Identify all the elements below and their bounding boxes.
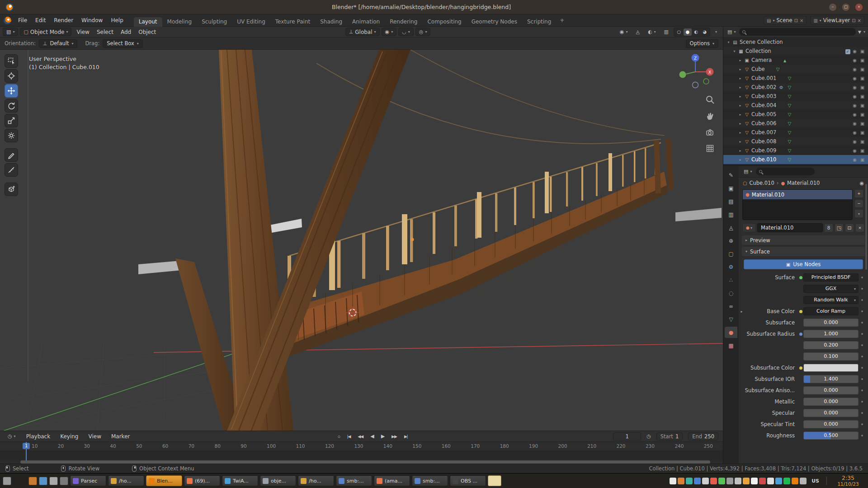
taskbar-app-button[interactable]: Parsec [70,475,106,486]
outliner-row[interactable]: ▸ Cube.006 [723,119,868,128]
workspace-tab[interactable]: UV Editing [232,17,270,27]
outliner-item-label[interactable]: Cube [751,66,765,72]
animate-dot-icon[interactable] [859,423,865,425]
timeline-menu-item[interactable]: Playback [24,432,52,441]
toggle-ortho-icon[interactable] [705,144,715,155]
animate-dot-icon[interactable] [859,310,865,312]
taskbar-clock[interactable]: 2:35 11/10/23 [831,475,865,487]
property-value-control[interactable]: GGX [803,285,859,293]
tray-icon[interactable] [694,478,701,484]
outliner-row[interactable]: ▸ Cube.010 [723,155,868,164]
launcher-icon[interactable] [3,477,11,485]
expand-arrow-icon[interactable]: ▾ [725,40,732,44]
hide-in-viewport-eye-icon[interactable] [851,85,859,90]
tray-icon[interactable] [735,478,741,484]
menubar-item[interactable]: Edit [31,16,50,25]
hide-in-viewport-eye-icon[interactable] [851,130,859,135]
property-value-control[interactable]: 0.000 [803,409,859,417]
viewport-menu-item[interactable]: Add [118,28,134,36]
expand-arrow-icon[interactable]: ▸ [737,131,744,135]
tool-cursor[interactable] [5,69,18,83]
property-value-control[interactable] [803,364,859,372]
properties-tab[interactable] [725,183,737,194]
taskbar-app-button[interactable]: smb:... [336,475,372,486]
taskbar-app-button[interactable]: /ho... [108,475,144,486]
property-value-control[interactable]: 0.000 [803,319,859,327]
animate-dot-icon[interactable] [859,389,865,391]
transform-orientation-dropdown[interactable]: ⊥Global▾ [345,28,380,36]
timeline-menu-item[interactable]: View [86,432,103,441]
workspace-tab[interactable]: Shading [315,17,347,27]
hide-in-viewport-eye-icon[interactable] [851,139,859,144]
tray-icon[interactable] [783,478,790,484]
properties-editor-type-button[interactable]: ▤▾ [742,167,753,176]
outliner-row[interactable]: ▸ Cube.009 [723,146,868,155]
material-slot-list[interactable]: Material.010 [742,189,853,220]
launcher-icon[interactable] [39,477,47,485]
browse-material-button[interactable]: ▾ [742,223,756,232]
properties-tab[interactable] [725,340,737,351]
workspace-tab[interactable]: Compositing [422,17,466,27]
animate-dot-icon[interactable] [859,344,865,346]
material-users-count-button[interactable]: 8 [824,224,833,232]
expand-arrow-icon[interactable]: ▸ [737,140,744,144]
tray-icon[interactable] [767,478,774,484]
property-value-control[interactable]: 1.400 [803,375,859,383]
disable-in-render-icon[interactable] [859,121,866,126]
slot-specials-button[interactable]: ▾ [854,209,863,218]
taskbar-app-button[interactable]: Blen... [146,475,182,486]
timeline-ruler[interactable]: 1020304050607080901001101201301401501601… [0,442,723,451]
property-value-control[interactable]: 0.000 [803,420,859,428]
disable-in-render-icon[interactable] [859,148,866,153]
properties-tab[interactable] [725,209,737,220]
animate-dot-icon[interactable] [859,378,865,380]
play-reverse-button[interactable]: ◀ [369,433,374,439]
tray-icon[interactable] [726,478,733,484]
tray-icon[interactable] [775,478,782,484]
property-value-control[interactable]: 0.000 [803,398,859,406]
tray-icon[interactable] [792,478,798,484]
property-value-control[interactable]: Principled BSDF [803,273,859,282]
navigation-gizmo[interactable]: Z X [675,52,716,92]
outliner-row[interactable]: ▾ Scene Collection [723,38,868,47]
hide-in-viewport-eye-icon[interactable] [851,121,859,126]
remove-viewlayer-icon[interactable]: × [858,18,861,23]
properties-scrollbar[interactable] [865,184,867,270]
animate-dot-icon[interactable] [859,288,865,290]
timeline-scrollbar[interactable] [20,460,710,464]
viewport-canvas[interactable] [0,50,723,431]
workspace-tab[interactable]: Animation [347,17,385,27]
taskbar-app-button[interactable]: /ho... [298,475,334,486]
property-value-control[interactable]: Color Ramp [803,307,859,315]
preview-panel-header[interactable]: ▸ Preview [742,235,865,245]
expand-arrow-icon[interactable]: ▾ [731,49,738,53]
next-keyframe-button[interactable]: ▶▶ [391,434,398,439]
pivot-point-dropdown[interactable]: ◉▾ [382,28,397,36]
new-scene-icon[interactable]: ⊡ [794,18,798,23]
tray-icon[interactable] [702,478,709,484]
tray-icon[interactable] [718,478,725,484]
launcher-icon[interactable] [60,477,68,485]
properties-search-input[interactable] [756,168,815,175]
tray-icon[interactable] [759,478,766,484]
taskbar-app-button[interactable]: smb:... [412,475,448,486]
hide-in-viewport-eye-icon[interactable] [851,94,859,99]
property-value-control[interactable]: 0.500 [803,432,859,440]
collection-checkbox[interactable] [844,48,851,54]
animate-dot-icon[interactable] [859,401,865,403]
blender-menu-icon[interactable] [4,17,11,24]
property-value-control[interactable]: Random Walk [803,296,859,304]
material-slot-row[interactable]: Material.010 [743,190,852,199]
shading-rendered-button[interactable]: ◕ [701,28,709,36]
close-button[interactable]: × [855,4,863,11]
hide-in-viewport-eye-icon[interactable] [851,58,859,63]
3d-viewport[interactable]: User Perspective (1) Collection | Cube.0… [0,50,723,431]
preview-range-clock-icon[interactable]: ◷ [646,433,651,439]
blank-app-button[interactable] [488,475,501,486]
taskbar-app-button[interactable]: obje... [260,475,296,486]
timeline-track[interactable] [0,451,723,460]
outliner-item-label[interactable]: Collection [745,48,771,54]
outliner-row[interactable]: ▸ Cube.004 [723,101,868,110]
hide-in-viewport-eye-icon[interactable] [851,148,859,153]
zoom-icon[interactable] [705,95,715,106]
